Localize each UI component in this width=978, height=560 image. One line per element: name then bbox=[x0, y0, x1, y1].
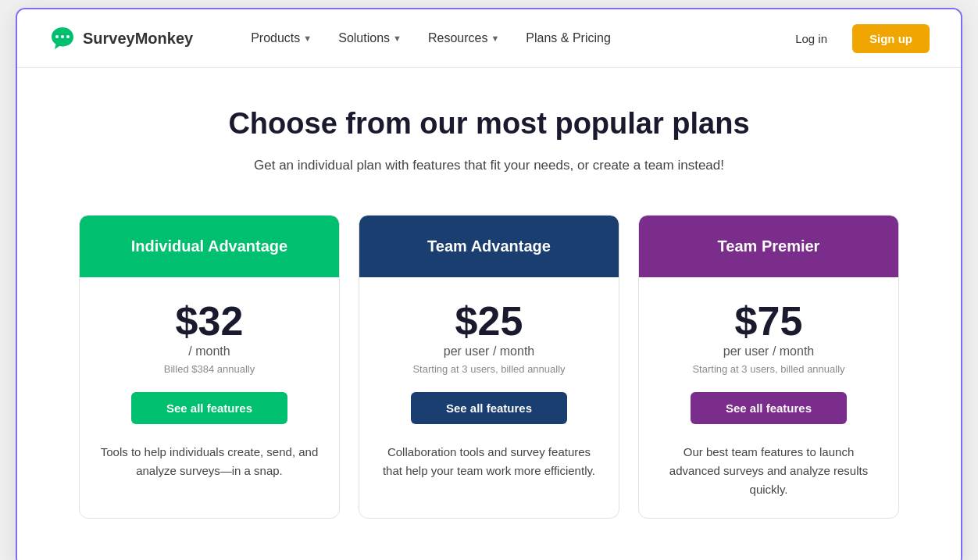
plan-card-team-advantage: Team Advantage $25 per user / month Star… bbox=[359, 215, 619, 519]
nav-resources[interactable]: Resources ▼ bbox=[417, 25, 510, 52]
plan-desc-individual: Tools to help individuals create, send, … bbox=[98, 443, 320, 480]
app-window: SurveyMonkey Products ▼ Solutions ▼ Reso… bbox=[16, 8, 962, 560]
see-features-team-premier-button[interactable]: See all features bbox=[691, 392, 847, 424]
navigation: SurveyMonkey Products ▼ Solutions ▼ Reso… bbox=[17, 9, 961, 68]
plan-price-team-premier: $75 bbox=[735, 301, 803, 341]
plans-grid: Individual Advantage $32 / month Billed … bbox=[79, 215, 899, 519]
chevron-down-icon: ▼ bbox=[491, 34, 499, 43]
plan-desc-team-advantage: Collaboration tools and survey features … bbox=[378, 443, 600, 480]
svg-point-1 bbox=[61, 35, 64, 38]
chevron-down-icon: ▼ bbox=[393, 34, 402, 43]
plan-body-team-advantage: $25 per user / month Starting at 3 users… bbox=[359, 277, 619, 499]
plan-name-team-premier: Team Premier bbox=[718, 237, 820, 255]
hero-section: Choose from our most popular plans Get a… bbox=[48, 107, 930, 176]
plan-header-team-advantage: Team Advantage bbox=[359, 216, 619, 277]
plan-period-team-advantage: per user / month bbox=[444, 344, 535, 358]
plan-card-individual: Individual Advantage $32 / month Billed … bbox=[79, 215, 340, 519]
plan-name-individual: Individual Advantage bbox=[131, 237, 287, 255]
nav-solutions[interactable]: Solutions ▼ bbox=[327, 25, 412, 52]
nav-products[interactable]: Products ▼ bbox=[240, 25, 323, 52]
plan-period-individual: / month bbox=[188, 344, 230, 358]
plan-body-individual: $32 / month Billed $384 annually See all… bbox=[80, 277, 339, 499]
signup-button[interactable]: Sign up bbox=[852, 24, 930, 53]
plan-header-team-premier: Team Premier bbox=[639, 216, 898, 277]
nav-plans-pricing[interactable]: Plans & Pricing bbox=[515, 25, 622, 52]
plan-billing-team-premier: Starting at 3 users, billed annually bbox=[692, 363, 844, 375]
page-title: Choose from our most popular plans bbox=[48, 107, 930, 141]
plan-name-team-advantage: Team Advantage bbox=[427, 237, 551, 255]
plan-price-individual: $32 bbox=[176, 301, 244, 341]
nav-links: Products ▼ Solutions ▼ Resources ▼ Plans… bbox=[240, 25, 780, 52]
plan-period-team-premier: per user / month bbox=[723, 344, 815, 358]
see-features-individual-button[interactable]: See all features bbox=[131, 392, 287, 424]
plan-price-team-advantage: $25 bbox=[455, 301, 523, 341]
plan-body-team-premier: $75 per user / month Starting at 3 users… bbox=[639, 277, 898, 518]
svg-point-0 bbox=[55, 35, 59, 38]
plan-billing-individual: Billed $384 annually bbox=[164, 363, 255, 375]
plan-desc-team-premier: Our best team features to launch advance… bbox=[658, 443, 880, 499]
see-features-team-advantage-button[interactable]: See all features bbox=[411, 392, 567, 424]
plan-header-individual: Individual Advantage bbox=[80, 216, 339, 277]
plan-billing-team-advantage: Starting at 3 users, billed annually bbox=[412, 363, 565, 375]
svg-point-2 bbox=[66, 35, 70, 38]
logo-text: SurveyMonkey bbox=[83, 30, 193, 48]
logo[interactable]: SurveyMonkey bbox=[48, 27, 193, 49]
chevron-down-icon: ▼ bbox=[303, 34, 312, 43]
login-button[interactable]: Log in bbox=[780, 26, 843, 52]
plan-card-team-premier: Team Premier $75 per user / month Starti… bbox=[638, 215, 899, 519]
nav-actions: Log in Sign up bbox=[780, 24, 930, 53]
hero-subtitle: Get an individual plan with features tha… bbox=[48, 155, 930, 176]
main-content: Choose from our most popular plans Get a… bbox=[17, 68, 961, 560]
